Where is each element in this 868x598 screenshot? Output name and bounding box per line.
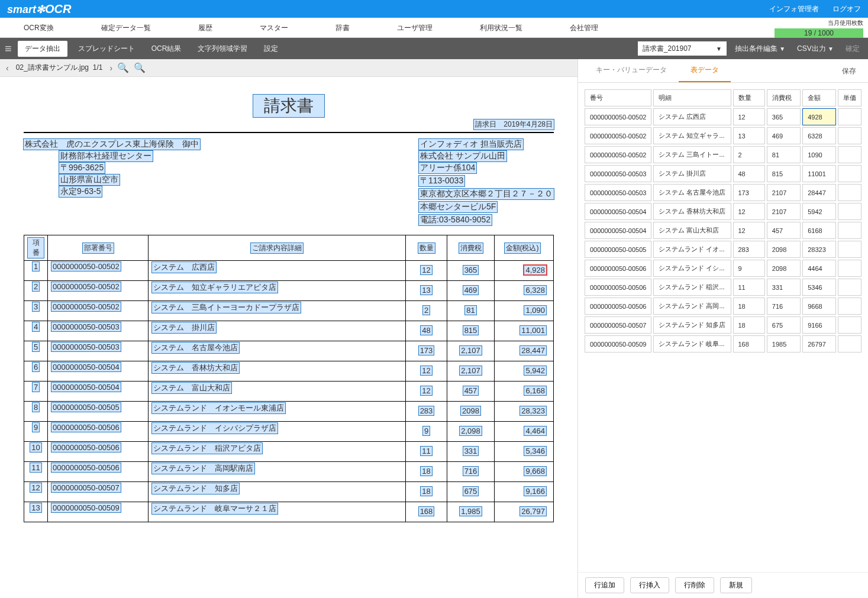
g-u[interactable] bbox=[838, 146, 861, 163]
g-u[interactable] bbox=[838, 298, 861, 315]
g-t[interactable]: 469 bbox=[767, 127, 801, 144]
g-u[interactable] bbox=[838, 279, 861, 296]
g-m[interactable]: システムランド イシ... bbox=[653, 260, 731, 277]
btn-confirm[interactable]: 確定 bbox=[842, 44, 863, 54]
g-m[interactable]: システム 掛川店 bbox=[653, 165, 731, 182]
g-a[interactable]: 6328 bbox=[802, 127, 836, 144]
g-no[interactable]: 0000000050-00506 bbox=[585, 298, 651, 315]
g-a[interactable]: 5346 bbox=[802, 279, 836, 296]
g-m[interactable]: システムランド 稲沢... bbox=[653, 279, 731, 296]
g-m[interactable]: システムランド イオ... bbox=[653, 241, 731, 258]
g-u[interactable] bbox=[838, 222, 861, 239]
g-u[interactable] bbox=[838, 316, 861, 334]
tb-settings[interactable]: 設定 bbox=[256, 44, 286, 54]
grid-row[interactable]: 0000000050-00506システムランド イシ...920984464 bbox=[585, 260, 861, 277]
g-q[interactable]: 18 bbox=[733, 298, 765, 315]
grid-row[interactable]: 0000000050-00509システムランド 岐阜...16819852679… bbox=[585, 335, 861, 353]
grid-row[interactable]: 0000000050-00503システム 名古屋今池店173210728447 bbox=[585, 184, 861, 201]
g-q[interactable]: 48 bbox=[733, 165, 765, 182]
g-a[interactable]: 4928 bbox=[802, 108, 836, 125]
tb-ocr-result[interactable]: OCR結果 bbox=[143, 44, 190, 54]
g-t[interactable]: 1985 bbox=[767, 335, 801, 353]
nav-usage[interactable]: 利用状況一覧 bbox=[456, 18, 546, 38]
g-m[interactable]: システム 香林坊大和店 bbox=[653, 203, 731, 220]
g-t[interactable]: 331 bbox=[767, 279, 801, 296]
g-m[interactable]: システムランド 高岡... bbox=[653, 298, 731, 315]
template-select[interactable]: 請求書_201907 ▼ bbox=[638, 41, 727, 56]
g-u[interactable] bbox=[838, 108, 861, 125]
g-a[interactable]: 9668 bbox=[802, 298, 836, 315]
g-q[interactable]: 173 bbox=[733, 184, 765, 201]
g-no[interactable]: 0000000050-00509 bbox=[585, 335, 651, 353]
g-no[interactable]: 0000000050-00503 bbox=[585, 165, 651, 182]
btn-row-new[interactable]: 新規 bbox=[720, 577, 752, 593]
g-no[interactable]: 0000000050-00502 bbox=[585, 146, 651, 163]
g-q[interactable]: 12 bbox=[733, 108, 765, 125]
g-u[interactable] bbox=[838, 260, 861, 277]
g-no[interactable]: 0000000050-00503 bbox=[585, 184, 651, 201]
g-q[interactable]: 18 bbox=[733, 316, 765, 334]
g-m[interactable]: システムランド 岐阜... bbox=[653, 335, 731, 353]
g-t[interactable]: 2107 bbox=[767, 203, 801, 220]
save-button[interactable]: 保存 bbox=[836, 60, 862, 82]
g-q[interactable]: 12 bbox=[733, 203, 765, 220]
g-q[interactable]: 13 bbox=[733, 127, 765, 144]
g-u[interactable] bbox=[838, 127, 861, 144]
tb-spreadsheet[interactable]: スプレッドシート bbox=[70, 44, 143, 54]
g-q[interactable]: 2 bbox=[733, 146, 765, 163]
g-no[interactable]: 0000000050-00502 bbox=[585, 108, 651, 125]
g-m[interactable]: システム 知立ギャラ... bbox=[653, 127, 731, 144]
g-q[interactable]: 9 bbox=[733, 260, 765, 277]
tab-extract[interactable]: データ抽出 bbox=[18, 41, 67, 57]
nav-master[interactable]: マスター bbox=[236, 18, 312, 38]
nav-history[interactable]: 履歴 bbox=[175, 18, 236, 38]
g-t[interactable]: 2107 bbox=[767, 184, 801, 201]
tab-kv[interactable]: キー・バリューデータ bbox=[584, 59, 679, 82]
g-no[interactable]: 0000000050-00506 bbox=[585, 279, 651, 296]
g-u[interactable] bbox=[838, 241, 861, 258]
g-a[interactable]: 6168 bbox=[802, 222, 836, 239]
prev-page-icon[interactable]: ‹ bbox=[4, 63, 11, 73]
nav-user[interactable]: ユーザ管理 bbox=[373, 18, 456, 38]
g-no[interactable]: 0000000050-00502 bbox=[585, 127, 651, 144]
btn-row-del[interactable]: 行削除 bbox=[675, 577, 714, 593]
grid-row[interactable]: 0000000050-00506システムランド 稲沢...113315346 bbox=[585, 279, 861, 296]
g-no[interactable]: 0000000050-00505 bbox=[585, 241, 651, 258]
btn-csv[interactable]: CSV出力 ▼ bbox=[793, 44, 837, 54]
zoom-in-icon[interactable]: 🔍 bbox=[115, 62, 131, 73]
grid-row[interactable]: 0000000050-00502システム 広西店123654928 bbox=[585, 108, 861, 125]
btn-row-ins[interactable]: 行挿入 bbox=[630, 577, 669, 593]
grid-row[interactable]: 0000000050-00507システムランド 知多店186759166 bbox=[585, 316, 861, 334]
g-t[interactable]: 2098 bbox=[767, 260, 801, 277]
nav-confirm[interactable]: 確定データ一覧 bbox=[78, 18, 175, 38]
g-no[interactable]: 0000000050-00504 bbox=[585, 222, 651, 239]
g-m[interactable]: システム 三島イトー... bbox=[653, 146, 731, 163]
nav-dict[interactable]: 辞書 bbox=[312, 18, 373, 38]
hamburger-icon[interactable]: ≡ bbox=[5, 42, 12, 56]
logoff-link[interactable]: ログオフ bbox=[832, 5, 861, 13]
g-a[interactable]: 11001 bbox=[802, 165, 836, 182]
g-m[interactable]: システムランド 知多店 bbox=[653, 316, 731, 334]
grid-row[interactable]: 0000000050-00504システム 香林坊大和店1221075942 bbox=[585, 203, 861, 220]
g-no[interactable]: 0000000050-00507 bbox=[585, 316, 651, 334]
g-q[interactable]: 11 bbox=[733, 279, 765, 296]
grid-row[interactable]: 0000000050-00502システム 知立ギャラ...134696328 bbox=[585, 127, 861, 144]
btn-edit-conditions[interactable]: 抽出条件編集 ▼ bbox=[731, 44, 789, 54]
next-page-icon[interactable]: › bbox=[107, 63, 115, 73]
g-u[interactable] bbox=[838, 165, 861, 182]
grid-row[interactable]: 0000000050-00506システムランド 高岡...187169668 bbox=[585, 298, 861, 315]
g-t[interactable]: 457 bbox=[767, 222, 801, 239]
tb-learn[interactable]: 文字列領域学習 bbox=[189, 44, 256, 54]
tab-table[interactable]: 表データ bbox=[679, 59, 731, 82]
grid-row[interactable]: 0000000050-00505システムランド イオ...28320982832… bbox=[585, 241, 861, 258]
g-a[interactable]: 28447 bbox=[802, 184, 836, 201]
g-a[interactable]: 26797 bbox=[802, 335, 836, 353]
g-q[interactable]: 168 bbox=[733, 335, 765, 353]
g-t[interactable]: 365 bbox=[767, 108, 801, 125]
g-t[interactable]: 81 bbox=[767, 146, 801, 163]
g-m[interactable]: システム 広西店 bbox=[653, 108, 731, 125]
g-q[interactable]: 12 bbox=[733, 222, 765, 239]
nav-ocr[interactable]: OCR変換 bbox=[0, 18, 78, 38]
g-a[interactable]: 28323 bbox=[802, 241, 836, 258]
grid-row[interactable]: 0000000050-00502システム 三島イトー...2811090 bbox=[585, 146, 861, 163]
